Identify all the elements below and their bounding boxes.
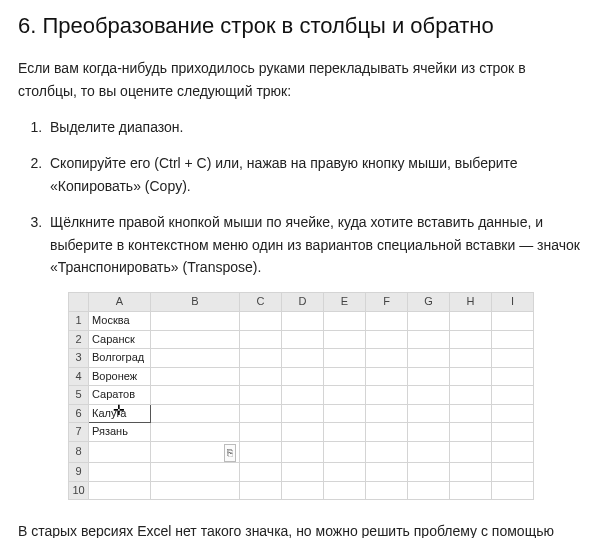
cell: [89, 442, 151, 463]
col-header: I: [492, 293, 534, 312]
row-header: 4: [69, 367, 89, 386]
col-header: D: [282, 293, 324, 312]
col-header: A: [89, 293, 151, 312]
col-header: F: [366, 293, 408, 312]
cell: Волгоград: [89, 349, 151, 368]
paste-options-icon: ⎘: [224, 444, 236, 462]
step-2: Скопируйте его (Ctrl + C) или, нажав на …: [46, 152, 586, 197]
row-header: 6: [69, 404, 89, 423]
cell: Воронеж: [89, 367, 151, 386]
page-title: 6. Преобразование строк в столбцы и обра…: [18, 8, 586, 43]
intro-text: Если вам когда-нибудь приходилось руками…: [18, 57, 586, 102]
col-header: C: [240, 293, 282, 312]
paste-options: ⎘: [151, 442, 240, 463]
cell-selected: Калуга✛: [89, 404, 151, 423]
row-header: 3: [69, 349, 89, 368]
outro-text: В старых версиях Excel нет такого значка…: [18, 520, 586, 538]
col-header: E: [324, 293, 366, 312]
row-header: 2: [69, 330, 89, 349]
excel-grid: A B C D E F G H I 1Москва 2Саранск 3Волг…: [68, 292, 534, 500]
row-header: 9: [69, 463, 89, 482]
row-header: 8: [69, 442, 89, 463]
cell: Рязань: [89, 423, 151, 442]
cell: Москва: [89, 311, 151, 330]
row-header: 10: [69, 481, 89, 500]
cell: Саранск: [89, 330, 151, 349]
col-header: G: [408, 293, 450, 312]
excel-screenshot: A B C D E F G H I 1Москва 2Саранск 3Волг…: [68, 292, 586, 500]
row-header: 7: [69, 423, 89, 442]
col-header: B: [151, 293, 240, 312]
corner-cell: [69, 293, 89, 312]
steps-list: Выделите диапазон. Скопируйте его (Ctrl …: [18, 116, 586, 278]
col-header: H: [450, 293, 492, 312]
step-1: Выделите диапазон.: [46, 116, 586, 138]
row-header: 5: [69, 386, 89, 405]
cursor-icon: ✛: [113, 403, 125, 417]
row-header: 1: [69, 311, 89, 330]
step-3: Щёлкните правой кнопкой мыши по ячейке, …: [46, 211, 586, 278]
